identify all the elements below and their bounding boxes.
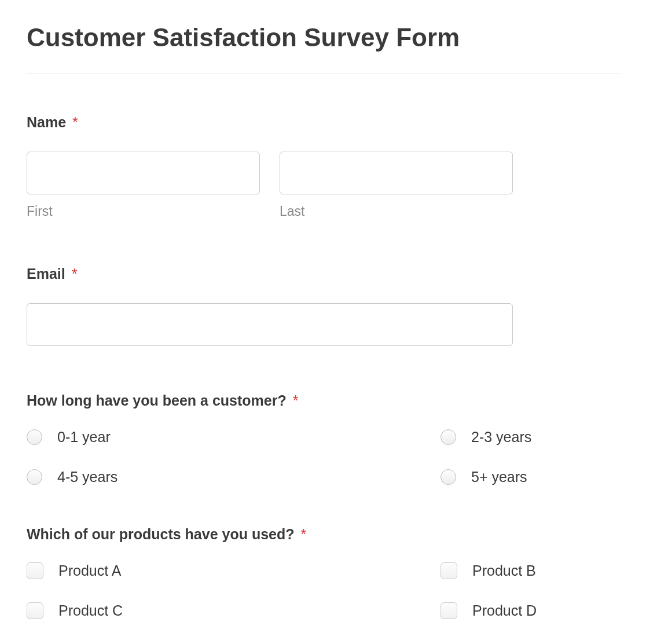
radio-icon[interactable] xyxy=(441,429,456,445)
radio-icon[interactable] xyxy=(441,469,456,485)
products-options: Product A Product B Product C Product D xyxy=(27,562,619,619)
products-label: Which of our products have you used? * xyxy=(27,526,619,543)
product-option-d[interactable]: Product D xyxy=(441,602,619,619)
name-field-group: Name * First Last xyxy=(27,114,619,219)
tenure-field-group: How long have you been a customer? * 0-1… xyxy=(27,392,619,485)
tenure-option-label: 2-3 years xyxy=(471,429,531,446)
form-title: Customer Satisfaction Survey Form xyxy=(27,23,619,52)
tenure-option-label: 5+ years xyxy=(471,469,527,485)
email-label: Email * xyxy=(27,266,619,282)
title-divider xyxy=(27,73,619,73)
first-name-sublabel: First xyxy=(27,204,260,219)
tenure-option-0-1-year[interactable]: 0-1 year xyxy=(27,429,441,446)
required-asterisk: * xyxy=(72,114,78,130)
name-row: First Last xyxy=(27,152,513,219)
product-option-c[interactable]: Product C xyxy=(27,602,441,619)
radio-icon[interactable] xyxy=(27,469,42,485)
required-asterisk: * xyxy=(72,266,78,282)
tenure-option-label: 4-5 years xyxy=(57,469,118,485)
last-name-input[interactable] xyxy=(280,152,513,194)
email-label-text: Email xyxy=(27,266,65,282)
tenure-option-4-5-years[interactable]: 4-5 years xyxy=(27,469,441,485)
required-asterisk: * xyxy=(293,392,299,409)
name-label-text: Name xyxy=(27,114,66,130)
tenure-label-text: How long have you been a customer? xyxy=(27,392,287,409)
tenure-option-label: 0-1 year xyxy=(57,429,111,446)
products-field-group: Which of our products have you used? * P… xyxy=(27,526,619,619)
radio-icon[interactable] xyxy=(27,429,42,445)
product-option-label: Product B xyxy=(472,562,536,579)
tenure-options: 0-1 year 2-3 years 4-5 years 5+ years xyxy=(27,429,619,485)
tenure-option-2-3-years[interactable]: 2-3 years xyxy=(441,429,619,446)
checkbox-icon[interactable] xyxy=(27,602,43,619)
product-option-label: Product C xyxy=(58,602,123,619)
checkbox-icon[interactable] xyxy=(441,562,457,579)
email-input[interactable] xyxy=(27,303,513,346)
name-label: Name * xyxy=(27,114,619,131)
first-name-input[interactable] xyxy=(27,152,260,194)
checkbox-icon[interactable] xyxy=(27,562,43,579)
checkbox-icon[interactable] xyxy=(441,602,457,619)
last-name-col: Last xyxy=(280,152,513,219)
email-field-group: Email * xyxy=(27,266,619,346)
product-option-b[interactable]: Product B xyxy=(441,562,619,579)
tenure-label: How long have you been a customer? * xyxy=(27,392,619,409)
product-option-label: Product D xyxy=(472,602,537,619)
product-option-a[interactable]: Product A xyxy=(27,562,441,579)
last-name-sublabel: Last xyxy=(280,204,513,219)
required-asterisk: * xyxy=(300,526,306,542)
first-name-col: First xyxy=(27,152,260,219)
products-label-text: Which of our products have you used? xyxy=(27,526,295,542)
tenure-option-5-plus-years[interactable]: 5+ years xyxy=(441,469,619,485)
product-option-label: Product A xyxy=(58,562,121,579)
